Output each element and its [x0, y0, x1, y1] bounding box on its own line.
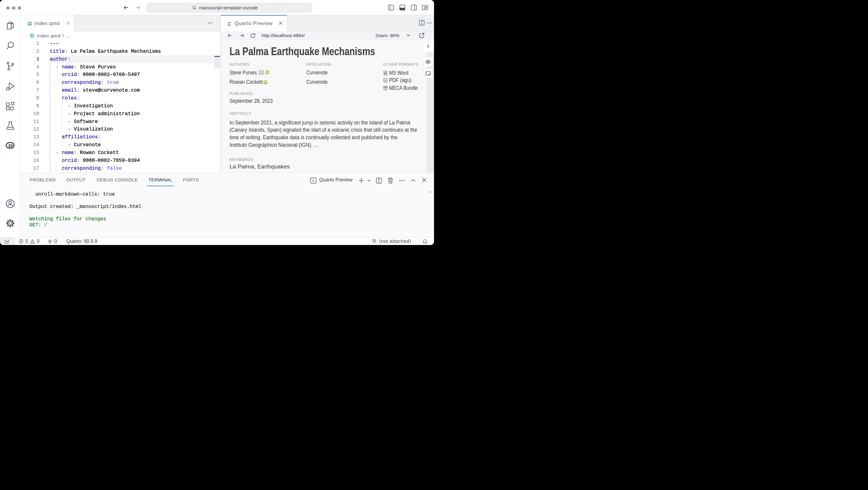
svg-text:W: W [384, 72, 386, 75]
svg-text:R: R [8, 143, 13, 151]
